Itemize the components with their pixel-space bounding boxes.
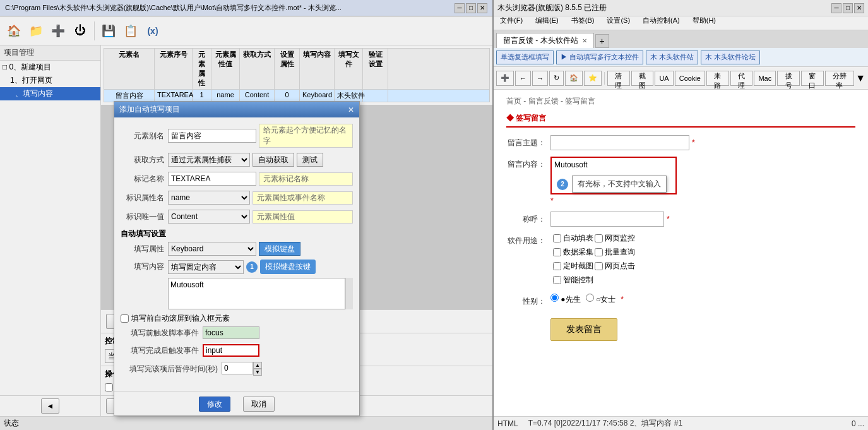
dialog-modify-btn[interactable]: 修改 — [199, 397, 230, 412]
keyboard-btn[interactable]: 模拟键盘 — [259, 242, 300, 256]
tree-item-fill[interactable]: 、填写内容 — [0, 87, 100, 100]
before-event-input[interactable]: focus — [203, 326, 259, 339]
spin-up[interactable]: ▲ — [253, 362, 262, 369]
dialog-cancel-btn[interactable]: 取消 — [243, 397, 275, 412]
tree-item-root[interactable]: □ 0、新建项目 — [0, 61, 100, 74]
browser-tab-active[interactable]: 留言反馈 - 木头软件站 ✕ — [496, 33, 594, 48]
attr-value-row: 标识唯一值 Content 元素属性值 — [121, 210, 353, 224]
close-btn[interactable]: ✕ — [477, 3, 487, 13]
fill-attr-select[interactable]: Keyboard — [168, 242, 256, 256]
dialog-close-btn[interactable]: ✕ — [348, 105, 354, 114]
spin-down[interactable]: ▼ — [253, 369, 262, 376]
delay-spin[interactable]: 0 ▲ ▼ — [222, 362, 262, 376]
submit-button[interactable]: 发表留言 — [550, 318, 617, 341]
attr-name-select[interactable]: name — [168, 191, 250, 205]
gender-female-label[interactable]: ○女士 — [586, 294, 616, 305]
cb-screenshot[interactable]: 定时截图 — [553, 261, 593, 272]
table-header: 元素名 元素序号 元素属性 元素属性值 获取方式 设置属性 填写内容 填写文件 … — [104, 49, 489, 90]
gender-male-label[interactable]: ●先生 — [550, 294, 581, 305]
cb-smart[interactable]: 智能控制 — [553, 275, 593, 285]
referer-btn[interactable]: 来路 — [706, 71, 729, 86]
browser-minimize-btn[interactable]: ─ — [831, 3, 841, 13]
menu-edit[interactable]: 编辑(E) — [532, 16, 562, 31]
attr-value-select[interactable]: Content — [168, 210, 250, 224]
name-input[interactable] — [550, 212, 664, 227]
add-icon[interactable]: ➕ — [48, 21, 68, 41]
minimize-btn[interactable]: ─ — [455, 3, 465, 13]
delay-input[interactable]: 0 — [222, 362, 253, 374]
power-icon[interactable]: ⏻ — [70, 21, 90, 41]
tab-add-btn[interactable]: + — [595, 34, 609, 48]
alias-hint: 给元素起个方便记忆的名字 — [259, 124, 353, 148]
nav-forward-btn[interactable]: → — [532, 71, 548, 86]
menu-auto[interactable]: 自动控制(A) — [639, 16, 684, 31]
menu-settings[interactable]: 设置(S) — [603, 16, 634, 31]
nav-star-btn[interactable]: ⭐ — [584, 71, 602, 86]
variable-icon[interactable]: (x) — [143, 21, 163, 41]
browser-close-btn[interactable]: ✕ — [854, 3, 864, 13]
table-row[interactable]: 留言内容 TEXTAREA 1 name Content 0 Keyboard … — [104, 90, 489, 102]
nav-left-btn[interactable]: ◄ — [41, 398, 60, 414]
expand-btn[interactable]: ▼ — [855, 73, 865, 84]
folder-icon[interactable]: 📁 — [26, 21, 46, 41]
window-btn[interactable]: 窗口 — [801, 71, 824, 86]
main-toolbar: 🏠 📁 ➕ ⏻ 💾 📋 (x) — [0, 16, 492, 45]
nav-add-btn[interactable]: ➕ — [496, 71, 514, 86]
cb-monitor[interactable]: 网页监控 — [595, 233, 635, 244]
after-event-input[interactable]: input — [203, 344, 259, 357]
cb-click[interactable]: 网页点击 — [595, 261, 635, 272]
content-required: * — [550, 196, 677, 205]
cb-batch[interactable]: 批量查询 — [595, 247, 635, 258]
home-icon[interactable]: 🏠 — [4, 21, 24, 41]
dialog-title-text: 添加自动填写项目 — [119, 104, 180, 115]
menu-help[interactable]: 帮助(H) — [689, 16, 720, 31]
acquire-row: 获取方式 通过元素属性捕获 自动获取 测试 — [121, 153, 353, 167]
cb-autofill[interactable]: 自动填表 — [553, 233, 593, 244]
alias-input[interactable]: 留言内容 — [168, 129, 256, 143]
mutousoft-forum-btn[interactable]: 木 木头软件论坛 — [701, 51, 760, 64]
cookie-btn[interactable]: Cookie — [675, 71, 705, 86]
test-btn[interactable]: 测试 — [297, 153, 323, 167]
auto-fill-multiline-btn[interactable]: ▶ 自动填写多行文本控件 — [556, 51, 643, 64]
active-tab-close[interactable]: ✕ — [582, 37, 587, 44]
col-val: 获取方式 — [240, 49, 275, 89]
acquire-select[interactable]: 通过元素属性捕获 — [168, 153, 250, 167]
add-fill-dialog: 添加自动填写项目 ✕ 元素别名 留言内容 给元素起个方便记忆的名字 获取方式 通… — [114, 101, 360, 416]
fill-content-select[interactable]: 填写固定内容 — [168, 260, 244, 274]
saveas-icon[interactable]: 📋 — [121, 21, 141, 41]
textarea-scrollbar[interactable] — [345, 278, 353, 309]
gender-female-radio[interactable] — [586, 294, 594, 302]
nav-refresh-btn[interactable]: ↻ — [549, 71, 564, 86]
nav-back-btn[interactable]: ← — [515, 71, 531, 86]
mutousoft-site-btn[interactable]: 木 木头软件站 — [646, 51, 698, 64]
jump-checkbox[interactable] — [105, 383, 113, 391]
proxy-btn[interactable]: 代理 — [730, 71, 753, 86]
tag-input[interactable]: TEXTAREA — [168, 172, 256, 186]
scroll-checkbox[interactable] — [121, 314, 129, 323]
auto-acquire-btn[interactable]: 自动获取 — [253, 153, 294, 167]
nav-home-btn[interactable]: 🏠 — [565, 71, 583, 86]
cell-fill-content: 木头软件 — [335, 90, 363, 102]
screenshot-btn[interactable]: 截图 — [631, 71, 654, 86]
quick-fill-bar: 单选复选框填写 ▶ 自动填写多行文本控件 木 木头软件站 木 木头软件论坛 — [494, 48, 868, 67]
fill-textarea[interactable]: Mutousoft — [168, 278, 345, 309]
delay-label: 填写完该项后暂停时间(秒) — [121, 364, 222, 374]
gender-male-radio[interactable] — [550, 294, 559, 302]
mac-btn[interactable]: Mac — [754, 71, 776, 86]
clear-btn[interactable]: 清理 — [607, 71, 630, 86]
cell-attr: name — [211, 90, 240, 102]
save-icon[interactable]: 💾 — [98, 21, 119, 41]
tree-item-open[interactable]: 1、打开网页 — [0, 74, 100, 87]
guestbook-form: 留言主题： * 留言内容： Mutousoft 2 有光标，不支持中文输入 — [506, 135, 855, 341]
menu-file[interactable]: 文件(F) — [496, 16, 526, 31]
menu-bookmarks[interactable]: 书签(B) — [568, 16, 598, 31]
ua-btn[interactable]: UA — [655, 71, 673, 86]
cb-collect[interactable]: 数据采集 — [553, 247, 593, 258]
subject-input[interactable] — [550, 135, 689, 150]
single-checkbox-fill-btn[interactable]: 单选复选框填写 — [496, 51, 554, 64]
resolution-btn[interactable]: 分辨率 — [825, 71, 855, 86]
dial-btn[interactable]: 拨号 — [777, 71, 800, 86]
browser-maximize-btn[interactable]: □ — [843, 3, 853, 13]
maximize-btn[interactable]: □ — [466, 3, 476, 13]
browser-menu-bar: 文件(F) 编辑(E) 书签(B) 设置(S) 自动控制(A) 帮助(H) — [494, 16, 868, 30]
